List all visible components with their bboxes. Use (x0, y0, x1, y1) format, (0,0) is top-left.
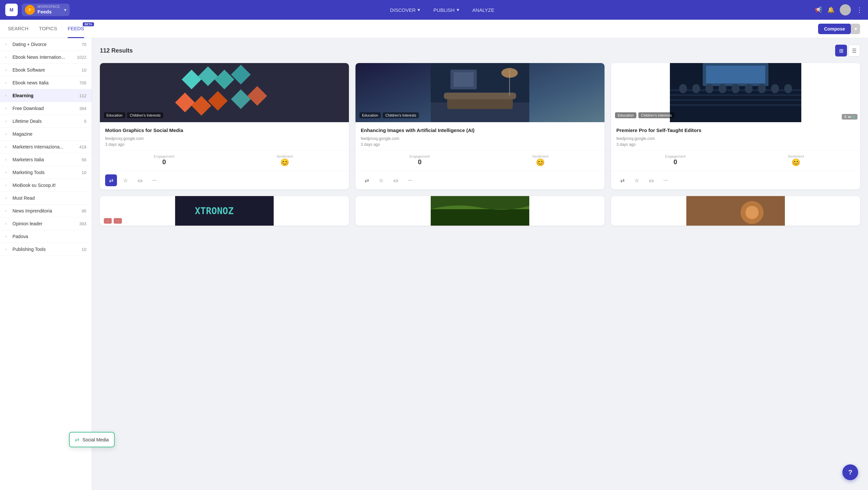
sidebar-item-elearning[interactable]: › Elearning 112 (0, 89, 92, 102)
tag-childrens-interests-3: Children's Interests (638, 112, 675, 118)
svg-point-26 (692, 84, 700, 93)
grid-view-button[interactable]: ⊞ (835, 45, 847, 57)
more-button-3[interactable]: ··· (660, 174, 672, 186)
sidebar-item-marketers-intl[interactable]: › Marketers Internaziona... 418 (0, 140, 92, 153)
social-media-tooltip: ⇄ Social Media (69, 432, 115, 447)
svg-rect-24 (706, 66, 765, 84)
chevron-right-icon: › (5, 196, 10, 200)
engagement-label-2: Engagement (361, 154, 479, 158)
share-button-3[interactable]: ⇄ (616, 174, 628, 186)
share-tooltip-icon: ⇄ (75, 436, 79, 443)
chevron-right-icon: › (5, 119, 10, 124)
sidebar-item-magazine[interactable]: › Magazine (0, 128, 92, 140)
sidebar-item-must-read[interactable]: › Must Read (0, 192, 92, 205)
share-button-2[interactable]: ⇄ (361, 174, 373, 186)
svg-rect-15 (444, 93, 516, 99)
list-view-button[interactable]: ☰ (848, 45, 860, 57)
card-motion-graphics[interactable]: Education Children's Interests Motion Gr… (100, 63, 349, 190)
card-body-1: Motion Graphics for Social Media feedpro… (100, 122, 349, 150)
svg-rect-13 (454, 72, 473, 87)
discover-nav-item[interactable]: DISCOVER ▾ (390, 7, 420, 13)
chevron-right-icon: › (5, 80, 10, 85)
publish-chevron-icon: ▾ (457, 7, 459, 13)
card-row2-3[interactable] (611, 196, 860, 226)
card-row2-2[interactable] (355, 196, 604, 226)
bookmark-button-2[interactable]: ☆ (375, 174, 387, 186)
sentiment-value-1: 😊 (226, 158, 344, 167)
card-ai-images[interactable]: Education Children's Interests Enhancing… (355, 63, 604, 190)
compose-button[interactable]: Compose (818, 24, 851, 34)
card-tags-3: Education Children's Interests (615, 112, 675, 118)
tag-education-2: Education (360, 112, 381, 118)
workspace-feeds-badge[interactable]: F WORKSPACE Feeds ▾ (22, 4, 70, 16)
app-logo[interactable]: M (5, 4, 18, 16)
card-actions-3: ⇄ ☆ ▭ ··· (611, 171, 860, 190)
card-source-2: feedproxy.google.com (361, 136, 599, 141)
content-area: 112 Results ⊞ ☰ (92, 38, 868, 490)
cards-grid: Education Children's Interests Motion Gr… (100, 63, 860, 226)
main-layout: › Dating + Divorce 70 › Ebook News Inter… (0, 38, 868, 490)
sidebar-item-marketing-tools[interactable]: › Marketing Tools 10 (0, 166, 92, 179)
smiley-icon-3: 😊 (792, 158, 800, 167)
chevron-right-icon: › (5, 234, 10, 239)
user-avatar[interactable] (840, 4, 851, 15)
sidebar-item-opinion-leader[interactable]: › Opinion leader 393 (0, 218, 92, 230)
sidebar-item-padova[interactable]: › Padova (0, 230, 92, 243)
sidebar-item-ebook-news-italia[interactable]: › Ebook news Italia 705 (0, 76, 92, 89)
card-time-3: 3 days ago (616, 142, 855, 147)
svg-point-32 (771, 84, 779, 93)
publish-nav-item[interactable]: PUBLISH ▾ (433, 7, 459, 13)
chevron-right-icon: › (5, 208, 10, 213)
megaphone-icon[interactable]: 📢 (815, 6, 822, 13)
help-button[interactable]: ? (842, 464, 858, 480)
archive-button-1[interactable]: ▭ (134, 174, 146, 186)
bell-icon[interactable]: 🔔 (827, 6, 835, 13)
card-row2-1[interactable]: XTRONOZ ··· ··· (100, 196, 349, 226)
chevron-right-icon: › (5, 68, 10, 72)
card-metrics-2: Engagement 0 Sentiment 😊 (355, 150, 604, 171)
more-button-2[interactable]: ··· (404, 174, 416, 186)
sub-navigation: SEARCH TOPICS FEEDS BETA Compose ▾ (0, 20, 868, 38)
sidebar-item-ebook-news-intl[interactable]: › Ebook News Internation... 1022 (0, 51, 92, 64)
search-tab[interactable]: SEARCH (8, 20, 29, 38)
discover-chevron-icon: ▾ (417, 7, 420, 13)
svg-rect-37 (431, 209, 529, 226)
archive-button-3[interactable]: ▭ (645, 174, 657, 186)
sentiment-section-3: Sentiment 😊 (737, 154, 855, 167)
card-image-2: Education Children's Interests (355, 63, 604, 122)
top-navigation: M F WORKSPACE Feeds ▾ DISCOVER ▾ PUBLISH… (0, 0, 868, 20)
compose-dropdown-button[interactable]: ▾ (851, 24, 860, 34)
sidebar-item-marketers-italia[interactable]: › Marketers Italia 56 (0, 153, 92, 166)
bookmark-button-3[interactable]: ☆ (631, 174, 643, 186)
sidebar: › Dating + Divorce 70 › Ebook News Inter… (0, 38, 92, 490)
card-image-6 (611, 196, 860, 226)
svg-point-28 (718, 84, 726, 93)
tag-partial-1: ··· (104, 218, 112, 224)
sidebar-item-news-imprenditoria[interactable]: › News Imprenditoria 95 (0, 205, 92, 218)
svg-point-27 (705, 84, 713, 93)
sidebar-item-miobook[interactable]: › MioBook su Scoop.it! (0, 179, 92, 192)
more-button-1[interactable]: ··· (149, 174, 160, 186)
card-tags-4: ··· ··· (104, 218, 122, 224)
share-button-1[interactable]: ⇄ (105, 174, 117, 186)
archive-button-2[interactable]: ▭ (390, 174, 401, 186)
sidebar-item-dating-divorce[interactable]: › Dating + Divorce 70 (0, 38, 92, 51)
sidebar-item-lifetime-deals[interactable]: › Lifetime Deals 5 (0, 115, 92, 128)
topics-tab[interactable]: TOPICS (39, 20, 58, 38)
chevron-right-icon: › (5, 157, 10, 162)
compose-wrapper: Compose ▾ (818, 24, 860, 34)
analyze-nav-item[interactable]: ANALYZE (472, 7, 494, 13)
sidebar-item-publishing-tools[interactable]: › Publishing Tools 10 (0, 243, 92, 256)
sidebar-item-ebook-software[interactable]: › Ebook Software 10 (0, 64, 92, 76)
bookmark-button-1[interactable]: ☆ (120, 174, 131, 186)
card-image-1: Education Children's Interests (100, 63, 349, 122)
hamburger-icon[interactable]: ⋮ (856, 6, 863, 14)
tooltip-label: Social Media (83, 437, 109, 443)
chevron-right-icon: › (5, 170, 10, 175)
nav-center-links: DISCOVER ▾ PUBLISH ▾ ANALYZE (73, 7, 811, 13)
feeds-tab[interactable]: FEEDS BETA (68, 20, 84, 38)
sidebar-item-free-download[interactable]: › Free Download 384 (0, 102, 92, 115)
card-premiere-pro[interactable]: Education Children's Interests ⏸ ⏭ ▶ Pre… (611, 63, 860, 190)
tag-partial-2: ··· (114, 218, 122, 224)
engagement-value-1: 0 (105, 158, 223, 166)
